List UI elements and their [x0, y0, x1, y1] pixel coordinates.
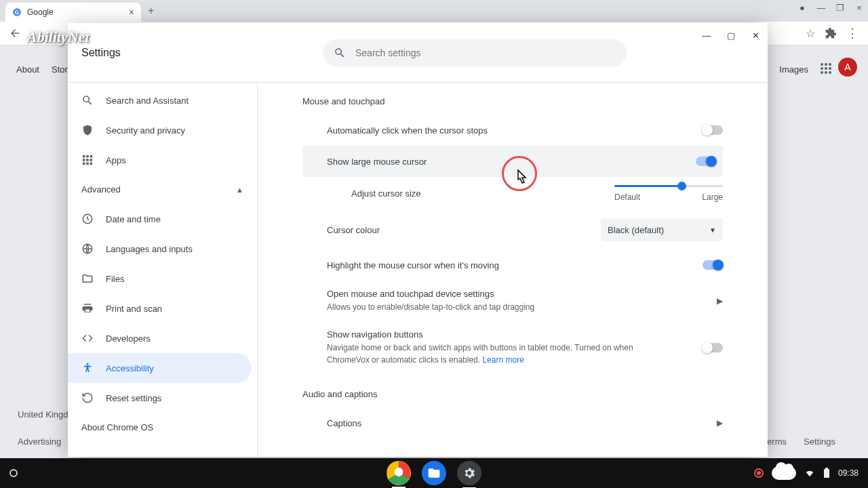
row-sublabel: Allows you to enable/disable tap-to-clic… — [327, 301, 534, 313]
reset-icon — [81, 392, 94, 404]
chevron-right-icon: ▶ — [717, 418, 723, 428]
taskbar-files[interactable] — [422, 461, 446, 485]
sidebar-item-search-assistant[interactable]: Search and Assistant — [68, 85, 252, 115]
settings-header: Settings — [68, 23, 768, 83]
cursor-colour-dropdown[interactable]: Black (default) ▼ — [601, 218, 723, 241]
sidebar-item-apps[interactable]: Apps — [68, 145, 252, 175]
browser-status-icon[interactable]: ● — [796, 3, 808, 13]
svg-rect-16 — [90, 159, 93, 161]
bg-about-link[interactable]: About — [16, 64, 39, 75]
launcher-button[interactable] — [0, 469, 18, 477]
svg-rect-14 — [83, 159, 85, 161]
svg-rect-17 — [83, 163, 85, 165]
svg-point-6 — [825, 67, 827, 70]
taskbar-chrome[interactable] — [387, 461, 411, 485]
svg-point-2 — [821, 63, 823, 66]
row-open-device-settings[interactable]: Open mouse and touchpad device settings … — [302, 281, 723, 321]
toggle-nav-buttons[interactable] — [703, 343, 723, 352]
search-icon — [81, 94, 94, 106]
sidebar-item-developers[interactable]: Developers — [68, 323, 252, 353]
row-label: Highlight the mouse cursor when it's mov… — [327, 260, 499, 270]
toggle-large-cursor[interactable] — [696, 157, 716, 166]
row-highlight-cursor: Highlight the mouse cursor when it's mov… — [302, 249, 723, 281]
toggle-auto-click[interactable] — [703, 125, 723, 135]
browser-close-icon[interactable]: × — [853, 3, 865, 13]
notification-icon[interactable] — [772, 466, 796, 480]
shield-icon — [81, 124, 94, 136]
sidebar-label: Developers — [106, 333, 151, 344]
chevron-down-icon: ▼ — [709, 226, 716, 234]
browser-minimize-icon[interactable]: — — [815, 3, 827, 13]
extensions-icon[interactable] — [825, 27, 837, 39]
sidebar-label: Date and time — [106, 214, 161, 224]
svg-text:G: G — [15, 9, 19, 16]
bg-advertising[interactable]: Advertising — [18, 436, 61, 447]
close-tab-icon[interactable]: × — [129, 7, 134, 18]
svg-point-5 — [821, 67, 823, 70]
profile-avatar[interactable]: A — [838, 58, 857, 77]
accessibility-icon — [81, 362, 94, 374]
window-maximize-icon[interactable]: ▢ — [723, 27, 739, 43]
section-audio-captions: Audio and captions — [302, 389, 723, 399]
svg-point-4 — [829, 63, 831, 66]
globe-icon — [81, 243, 94, 255]
row-label: Show navigation buttons — [327, 329, 639, 340]
sidebar-item-accessibility[interactable]: Accessibility — [68, 353, 252, 383]
row-sublabel: Navigate home or back and switch apps wi… — [327, 342, 639, 366]
taskbar-settings[interactable] — [457, 461, 481, 485]
bg-images-link[interactable]: Images — [779, 64, 808, 75]
search-icon — [334, 47, 346, 59]
svg-rect-13 — [90, 155, 93, 158]
sidebar-label: Print and scan — [106, 304, 162, 314]
window-minimize-icon[interactable]: — — [698, 27, 715, 43]
sidebar-advanced-toggle[interactable]: Advanced ▲ — [68, 175, 257, 204]
slider-max-label: Large — [702, 192, 723, 202]
svg-point-3 — [825, 63, 827, 66]
sidebar-item-security[interactable]: Security and privacy — [68, 115, 252, 145]
sidebar-item-reset[interactable]: Reset settings — [68, 383, 252, 413]
browser-tab[interactable]: G Google × — [5, 3, 141, 22]
search-input[interactable] — [355, 47, 616, 58]
apps-icon — [81, 154, 94, 166]
dropdown-value: Black (default) — [608, 225, 664, 235]
svg-point-10 — [829, 71, 831, 74]
bookmark-star-icon[interactable]: ☆ — [806, 27, 815, 40]
row-label: Adjust cursor size — [351, 188, 421, 199]
browser-menu-icon[interactable]: ⋮ — [846, 26, 859, 41]
window-close-icon[interactable]: ✕ — [747, 27, 764, 43]
system-tray[interactable]: 09:38 — [754, 466, 868, 480]
chevron-right-icon: ▶ — [717, 296, 723, 306]
row-captions[interactable]: Captions ▶ — [302, 407, 723, 439]
google-favicon: G — [12, 7, 22, 17]
section-mouse-touchpad: Mouse and touchpad — [302, 96, 723, 106]
tab-title: Google — [27, 7, 54, 17]
sidebar-item-print-scan[interactable]: Print and scan — [68, 293, 252, 323]
browser-window-controls: ● — ❐ × — [796, 3, 865, 13]
back-button[interactable] — [5, 24, 24, 43]
sidebar-label: Languages and inputs — [106, 244, 193, 254]
svg-point-8 — [821, 71, 823, 74]
learn-more-link[interactable]: Learn more — [482, 355, 524, 365]
new-tab-button[interactable]: + — [148, 5, 154, 17]
record-icon[interactable] — [754, 468, 764, 478]
printer-icon — [81, 302, 94, 314]
browser-maximize-icon[interactable]: ❐ — [834, 3, 846, 13]
sidebar-label: Accessibility — [106, 363, 154, 373]
sidebar-about[interactable]: About Chrome OS — [68, 413, 257, 442]
row-label: Open mouse and touchpad device settings — [327, 289, 534, 299]
settings-window: — ▢ ✕ Settings Search and Assistant Secu… — [68, 23, 768, 457]
cursor-size-slider[interactable]: Default Large — [614, 185, 723, 202]
avatar-letter: A — [844, 62, 850, 73]
bg-settings[interactable]: Settings — [804, 436, 835, 447]
sidebar-item-date-time[interactable]: Date and time — [68, 204, 252, 234]
row-label: Show large mouse cursor — [327, 157, 427, 167]
wifi-icon — [804, 468, 815, 479]
toggle-highlight-cursor[interactable] — [703, 260, 723, 270]
settings-search[interactable] — [323, 39, 627, 66]
sidebar-item-files[interactable]: Files — [68, 264, 252, 293]
sidebar-item-languages[interactable]: Languages and inputs — [68, 234, 252, 264]
svg-rect-23 — [824, 469, 829, 478]
apps-grid-icon[interactable] — [816, 59, 835, 78]
row-nav-buttons: Show navigation buttons Navigate home or… — [302, 321, 723, 374]
settings-content: Mouse and touchpad Automatically click w… — [258, 83, 768, 457]
